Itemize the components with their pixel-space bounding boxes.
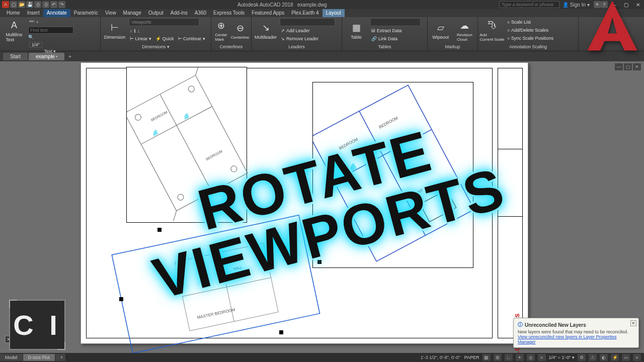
linear-button[interactable]: ⊢ Linear ▾: [130, 36, 151, 41]
title-bar: A ▢ 📂 💾 ⎙ ⎙ ↶ ↷ Autodesk AutoCAD 2018 ex…: [0, 0, 644, 9]
qat: A ▢ 📂 💾 ⎙ ⎙ ↶ ↷: [0, 1, 65, 8]
osnap-icon[interactable]: ◎: [527, 354, 535, 361]
layout-tab[interactable]: D-size Plot: [23, 354, 55, 361]
ribbon: AMultiline Text ᴬᴮᶜ▾ 🔍 1/4" Text ▾ ⊢Dime…: [0, 17, 644, 51]
cloud-icon: ☁: [457, 20, 471, 32]
tab-addins[interactable]: Add-ins: [167, 9, 191, 17]
panel-tables: Tables: [344, 44, 425, 50]
anno-scale-combo[interactable]: 1/4" = 1'-0" ▾: [549, 355, 575, 360]
add-layout-button[interactable]: +: [55, 354, 65, 361]
plot-icon[interactable]: ⎙: [42, 1, 49, 8]
tab-insert[interactable]: Insert: [24, 9, 43, 17]
anno-monitor-icon[interactable]: ⚠: [589, 354, 597, 361]
add-delete-scales-button[interactable]: ⟐ Add/Delete Scales: [506, 26, 554, 34]
scale-list-button[interactable]: ⟐ Scale List: [506, 18, 554, 26]
sync-scale-button[interactable]: ⟐ Sync Scale Positions: [506, 34, 554, 42]
tab-output[interactable]: Output: [145, 9, 167, 17]
new-tab-button[interactable]: +: [65, 52, 74, 60]
sign-in-button[interactable]: 👤 Sign In ▾: [562, 2, 590, 8]
vp-min-icon[interactable]: —: [615, 63, 623, 70]
balloon-close-button[interactable]: ✕: [630, 320, 636, 326]
tab-manage[interactable]: Manage: [120, 9, 145, 17]
abc-icon[interactable]: ᴬᴮᶜ: [29, 20, 35, 25]
find-text-input[interactable]: [28, 27, 73, 34]
snap-icon[interactable]: ⊞: [494, 354, 502, 361]
keyword-search-input[interactable]: [499, 1, 559, 8]
drawing-area[interactable]: FLOOR PLANS BEDROOM BEDROOM: [0, 61, 644, 353]
paper-model-toggle[interactable]: PAPER: [464, 355, 479, 360]
customize-icon[interactable]: ≡: [633, 354, 641, 361]
grid-icon[interactable]: ▦: [482, 354, 491, 361]
remove-leader-button[interactable]: ↘ Remove Leader: [280, 35, 335, 42]
save-icon[interactable]: 💾: [26, 1, 33, 8]
help-icon[interactable]: ?: [601, 1, 608, 8]
text-icon: A: [7, 19, 21, 31]
tab-layout[interactable]: Layout: [323, 9, 345, 17]
standard-dropdown[interactable]: ▾: [36, 20, 39, 25]
tab-featured[interactable]: Featured Apps: [248, 9, 288, 17]
tab-a360[interactable]: A360: [191, 9, 210, 17]
lineweight-icon[interactable]: ≡: [538, 354, 546, 361]
exchange-icon[interactable]: ✕: [594, 1, 601, 8]
text-height-field[interactable]: 1/4": [29, 42, 42, 48]
dim-layer-combo[interactable]: Viewports: [129, 18, 199, 26]
start-tab[interactable]: Start: [3, 53, 28, 60]
undo-icon[interactable]: ↶: [50, 1, 57, 8]
table-icon: ▦: [349, 22, 363, 34]
center-mark-button[interactable]: ⊕Center Mark: [213, 18, 229, 43]
model-tab[interactable]: Model: [0, 354, 23, 361]
panel-dimensions[interactable]: Dimensions ▾: [103, 44, 209, 50]
tab-home[interactable]: Home: [3, 9, 24, 17]
table-button[interactable]: ▦Table: [344, 18, 368, 43]
status-bar: Model D-size Plot + 1'-3 1/2", 0'-8", 0'…: [0, 353, 644, 362]
panel-markup: Markup: [430, 44, 475, 50]
isolate-icon[interactable]: ◐: [600, 354, 608, 361]
user-icon: 👤: [562, 2, 569, 8]
saveas-icon[interactable]: ⎙: [34, 1, 41, 8]
dimension-button[interactable]: ⊢Dimension: [103, 18, 127, 43]
minimize-button[interactable]: —: [608, 0, 620, 9]
tab-express[interactable]: Express Tools: [210, 9, 248, 17]
dimension-icon: ⊢: [108, 22, 122, 34]
app-menu-icon[interactable]: A: [2, 1, 9, 8]
hardware-accel-icon[interactable]: ⚡: [611, 354, 619, 361]
quick-button[interactable]: ⚡ Quick: [155, 36, 174, 41]
maximize-button[interactable]: ▢: [620, 0, 632, 9]
panel-leaders: Leaders: [254, 44, 340, 50]
ortho-icon[interactable]: ∟: [505, 354, 513, 361]
coordinate-readout: 1'-3 1/2", 0'-8", 0'-0": [417, 355, 464, 360]
multileader-button[interactable]: ↘Multileader: [254, 18, 278, 43]
centerline-button[interactable]: ⊖Centerline: [231, 18, 249, 43]
tab-annotate[interactable]: Annotate: [43, 9, 70, 17]
center-mark-icon: ⊕: [214, 20, 228, 32]
svg-point-3: [134, 113, 142, 121]
tab-parametric[interactable]: Parametric: [70, 9, 102, 17]
document-tab[interactable]: example*: [29, 53, 64, 60]
new-icon[interactable]: ▢: [10, 1, 17, 8]
dim-style-icons[interactable]: ⟂ ⫿ ⊥: [130, 28, 140, 33]
mtext-button[interactable]: AMultiline Text: [2, 18, 26, 43]
polar-icon[interactable]: ✶: [516, 354, 524, 361]
tab-plex[interactable]: Plex.Earth 4: [288, 9, 322, 17]
table-style-combo[interactable]: [370, 18, 421, 26]
vp-close-icon[interactable]: ✕: [633, 63, 641, 70]
continue-button[interactable]: ⊢ Continue ▾: [178, 36, 205, 41]
leader-style-combo[interactable]: [280, 18, 335, 26]
wipeout-button[interactable]: ▱Wipeout: [430, 18, 452, 43]
add-current-scale-button[interactable]: ⮷Add Current Scale: [480, 18, 504, 43]
extract-data-button[interactable]: ⛁ Extract Data: [370, 27, 421, 34]
clean-screen-icon[interactable]: ▭: [622, 354, 630, 361]
workspace-icon[interactable]: ⚙: [578, 354, 586, 361]
svg-rect-22: [119, 297, 123, 301]
close-button[interactable]: ✕: [632, 0, 644, 9]
tab-view[interactable]: View: [102, 9, 120, 17]
redo-icon[interactable]: ↷: [58, 1, 65, 8]
add-leader-button[interactable]: ↗ Add Leader: [280, 27, 335, 34]
link-data-button[interactable]: 🔗 Link Data: [370, 35, 421, 42]
revcloud-button[interactable]: ☁Revision Cloud: [454, 18, 476, 43]
balloon-link[interactable]: View unreconciled new layers in Layer Pr…: [518, 334, 634, 344]
open-icon[interactable]: 📂: [18, 1, 25, 8]
window-title: Autodesk AutoCAD 2018 example.dwg: [65, 2, 499, 8]
ribbon-tab-strip: Home Insert Annotate Parametric View Man…: [0, 9, 644, 17]
vp-max-icon[interactable]: ▢: [624, 63, 632, 70]
